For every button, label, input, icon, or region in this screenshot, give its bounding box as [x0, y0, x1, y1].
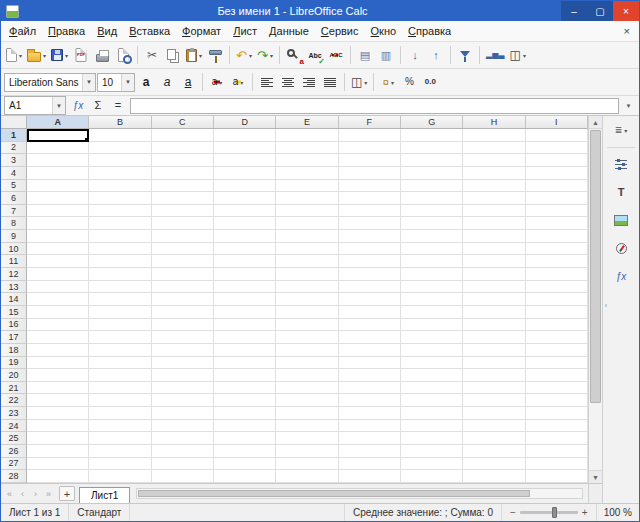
menu-item[interactable]: Окно [365, 22, 403, 40]
cell-C18[interactable] [152, 344, 214, 357]
column-header-D[interactable]: D [214, 116, 276, 128]
cell-E19[interactable] [276, 357, 338, 370]
row-header-24[interactable]: 24 [1, 420, 27, 433]
cell-I8[interactable] [526, 217, 588, 230]
cell-I9[interactable] [526, 230, 588, 243]
cell-I6[interactable] [526, 192, 588, 205]
print-icon[interactable] [92, 44, 112, 66]
cell-E6[interactable] [276, 192, 338, 205]
save-dropdown-icon[interactable]: ▾ [65, 52, 68, 59]
cell-G10[interactable] [401, 243, 463, 256]
cell-B17[interactable] [89, 331, 151, 344]
cell-H9[interactable] [463, 230, 525, 243]
cell-I11[interactable] [526, 255, 588, 268]
cell-C26[interactable] [152, 445, 214, 458]
column-header-C[interactable]: C [152, 116, 214, 128]
cell-I18[interactable] [526, 344, 588, 357]
row-header-20[interactable]: 20 [1, 369, 27, 382]
row-header-21[interactable]: 21 [1, 382, 27, 395]
cell-E25[interactable] [276, 432, 338, 445]
cell-A11[interactable] [27, 255, 89, 268]
cell-D14[interactable] [214, 293, 276, 306]
cell-C23[interactable] [152, 407, 214, 420]
cell-C15[interactable] [152, 306, 214, 319]
cell-I7[interactable] [526, 205, 588, 218]
cell-G17[interactable] [401, 331, 463, 344]
cell-E23[interactable] [276, 407, 338, 420]
cell-H1[interactable] [463, 129, 525, 142]
cell-C12[interactable] [152, 268, 214, 281]
new-document-dropdown-icon[interactable]: ▾ [19, 52, 22, 59]
cell-H10[interactable] [463, 243, 525, 256]
gallery-icon[interactable] [608, 209, 634, 232]
menu-item[interactable]: Данные [263, 22, 315, 40]
cell-E12[interactable] [276, 268, 338, 281]
cell-I27[interactable] [526, 458, 588, 471]
cell-I25[interactable] [526, 432, 588, 445]
cell-F7[interactable] [339, 205, 401, 218]
horizontal-scrollbar[interactable] [136, 488, 583, 499]
menu-item[interactable]: Вид [91, 22, 123, 40]
cell-E21[interactable] [276, 382, 338, 395]
cell-D9[interactable] [214, 230, 276, 243]
cut-icon[interactable]: ✂ [142, 44, 162, 66]
cell-B27[interactable] [89, 458, 151, 471]
new-document-icon[interactable]: ▾ [4, 44, 24, 66]
cell-A9[interactable] [27, 230, 89, 243]
zoom-slider[interactable]: − + [502, 504, 597, 521]
row-header-25[interactable]: 25 [1, 432, 27, 445]
cell-E28[interactable] [276, 470, 338, 483]
previous-sheet-icon[interactable]: ‹ [16, 486, 29, 502]
cell-G14[interactable] [401, 293, 463, 306]
format-number-icon[interactable]: 0.0 [420, 71, 440, 93]
cell-B11[interactable] [89, 255, 151, 268]
cell-H2[interactable] [463, 142, 525, 155]
cell-B19[interactable] [89, 357, 151, 370]
menu-item[interactable]: Справка [402, 22, 457, 40]
insert-row-icon[interactable]: ▤ [355, 44, 375, 66]
paste-icon[interactable]: ▾ [184, 44, 204, 66]
row-header-26[interactable]: 26 [1, 445, 27, 458]
cell-A21[interactable] [27, 382, 89, 395]
cell-C4[interactable] [152, 167, 214, 180]
format-percent-icon[interactable]: % [399, 71, 419, 93]
cell-E20[interactable] [276, 369, 338, 382]
cell-F22[interactable] [339, 394, 401, 407]
freeze-rows-columns-dropdown-icon[interactable]: ▾ [523, 52, 526, 59]
cell-G21[interactable] [401, 382, 463, 395]
row-header-11[interactable]: 11 [1, 255, 27, 268]
zoom-out-icon[interactable]: − [510, 507, 516, 518]
cell-H17[interactable] [463, 331, 525, 344]
cell-C8[interactable] [152, 217, 214, 230]
cell-F18[interactable] [339, 344, 401, 357]
cell-C21[interactable] [152, 382, 214, 395]
cell-H18[interactable] [463, 344, 525, 357]
cell-I5[interactable] [526, 180, 588, 193]
navigator-icon[interactable] [608, 237, 634, 260]
cell-G24[interactable] [401, 420, 463, 433]
format-currency-dropdown-icon[interactable]: ▾ [391, 79, 394, 86]
cell-E1[interactable] [276, 129, 338, 142]
autofilter-icon[interactable] [455, 44, 475, 66]
cell-B3[interactable] [89, 154, 151, 167]
cell-D27[interactable] [214, 458, 276, 471]
cell-H19[interactable] [463, 357, 525, 370]
zoom-knob[interactable] [552, 507, 557, 518]
auto-spellcheck-icon[interactable]: ABC [326, 44, 346, 66]
maximize-button[interactable]: ▢ [587, 1, 613, 21]
cell-F26[interactable] [339, 445, 401, 458]
cell-B7[interactable] [89, 205, 151, 218]
sheet-tab[interactable]: Лист1 [79, 487, 130, 503]
cell-G8[interactable] [401, 217, 463, 230]
cell-H13[interactable] [463, 281, 525, 294]
cell-C28[interactable] [152, 470, 214, 483]
sort-descending-icon[interactable]: ↑ [426, 44, 446, 66]
select-all-corner[interactable] [1, 116, 27, 128]
cell-D10[interactable] [214, 243, 276, 256]
cell-G16[interactable] [401, 319, 463, 332]
vertical-scrollbar-thumb[interactable] [590, 130, 601, 403]
cell-H28[interactable] [463, 470, 525, 483]
font-color-icon[interactable]: а▾ [207, 71, 227, 93]
cell-A20[interactable] [27, 369, 89, 382]
cell-H14[interactable] [463, 293, 525, 306]
